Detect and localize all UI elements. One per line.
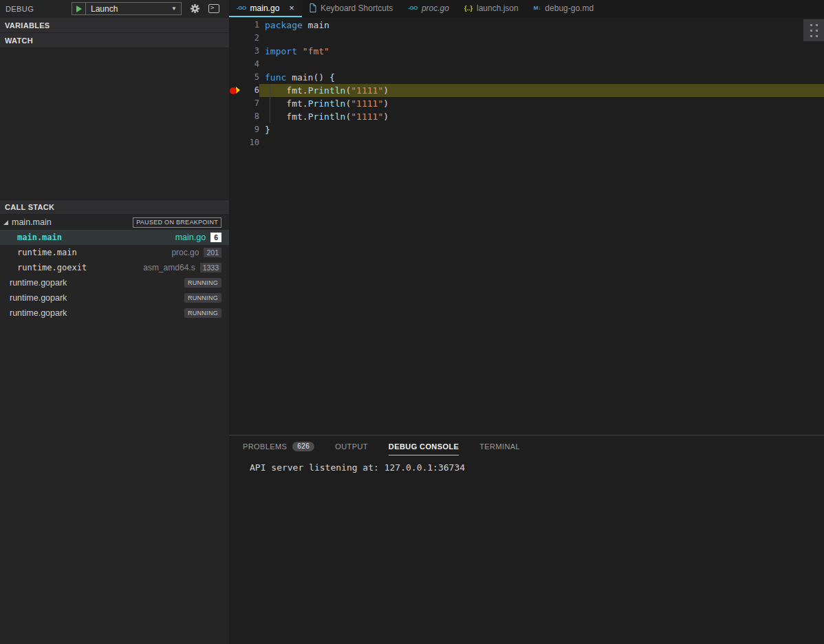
code-line: 9} <box>229 123 824 136</box>
code-text[interactable]: import "fmt" <box>259 45 824 58</box>
code-text[interactable]: package main <box>259 19 824 32</box>
code-token: fmt. <box>265 85 308 96</box>
gear-icon <box>190 3 200 14</box>
indent-guide <box>270 97 270 110</box>
editor-area: -GOmain.go×Keyboard Shortcuts-GOproc.go{… <box>229 0 824 644</box>
callstack-thread-row[interactable]: runtime.goparkRUNNING <box>0 290 229 305</box>
tab-debug-go-md[interactable]: M↓debug-go.md <box>526 0 601 17</box>
panel-tabbar: PROBLEMS626OUTPUTDEBUG CONSOLETERMINAL <box>229 436 824 457</box>
tab-launch-json[interactable]: {..}launch.json <box>457 0 526 17</box>
code-text[interactable]: fmt.Println("1111") <box>259 84 824 97</box>
tab-main-go[interactable]: -GOmain.go× <box>229 0 302 17</box>
code-token: "1111" <box>351 85 383 96</box>
breakpoint-gutter[interactable] <box>229 136 241 149</box>
indent-guide <box>270 110 270 123</box>
thread-name: runtime.gopark <box>10 293 67 303</box>
code-token: package <box>265 20 303 30</box>
frame-line-badge: 201 <box>204 248 221 257</box>
section-header-watch[interactable]: WATCH <box>0 32 229 47</box>
breakpoint-gutter[interactable] <box>229 71 241 84</box>
code-text[interactable]: fmt.Println("1111") <box>259 97 824 110</box>
code-token: ) <box>383 111 389 122</box>
line-number: 7 <box>241 97 259 110</box>
section-label: VARIABLES <box>5 21 50 30</box>
watch-body <box>0 47 229 200</box>
section-header-variables[interactable]: VARIABLES <box>0 17 229 32</box>
debug-toolbar: DEBUG Launch ▼ <box>0 0 229 17</box>
vscode-window: DEBUG Launch ▼ <box>0 0 824 644</box>
panel-tab-terminal[interactable]: TERMINAL <box>479 438 520 455</box>
frame-name: main.main <box>17 233 62 242</box>
code-text[interactable] <box>259 58 824 71</box>
breakpoint-gutter[interactable] <box>229 97 241 110</box>
tab-proc-go[interactable]: -GOproc.go <box>400 0 457 17</box>
code-text[interactable] <box>259 32 824 45</box>
line-number: 3 <box>241 45 259 58</box>
thread-status-badge: RUNNING <box>184 293 221 303</box>
start-debugging-button[interactable] <box>72 3 86 14</box>
panel-tab-output[interactable]: OUTPUT <box>335 438 368 455</box>
callstack-frame-row[interactable]: main.mainmain.go6 <box>0 230 229 245</box>
thread-name: main.main <box>12 217 52 227</box>
console-output-line: API server listening at: 127.0.0.1:36734 <box>250 462 824 474</box>
panel-tab-label: PROBLEMS <box>243 442 287 451</box>
code-token: ) <box>383 98 389 109</box>
breakpoint-gutter[interactable] <box>229 84 241 97</box>
code-editor[interactable]: 1package main23import "fmt"45func main()… <box>229 17 824 435</box>
panel-tab-problems[interactable]: PROBLEMS626 <box>243 437 314 456</box>
chevron-down-icon: ▼ <box>171 6 181 12</box>
code-line: 5func main() { <box>229 71 824 84</box>
callstack-frame-row[interactable]: runtime.mainproc.go201 <box>0 245 229 260</box>
callstack-thread-row[interactable]: main.mainPAUSED ON BREAKPOINT <box>0 215 229 230</box>
grip-dots-icon[interactable] <box>803 19 824 41</box>
code-line: 2 <box>229 32 824 45</box>
frame-file: proc.go <box>171 248 199 257</box>
callstack-thread-row[interactable]: runtime.goparkRUNNING <box>0 275 229 290</box>
frame-file: asm_amd64.s <box>143 263 195 272</box>
code-line: 3import "fmt" <box>229 45 824 58</box>
frame-file: main.go <box>175 233 206 242</box>
breakpoint-gutter[interactable] <box>229 58 241 71</box>
sidebar-empty-area <box>0 321 229 644</box>
code-text[interactable]: } <box>259 123 824 136</box>
code-text[interactable]: fmt.Println("1111") <box>259 110 824 123</box>
debug-console[interactable]: API server listening at: 127.0.0.1:36734 <box>229 457 824 474</box>
play-icon <box>76 6 82 12</box>
breakpoint-gutter[interactable] <box>229 45 241 58</box>
tab-keyboard-shortcuts[interactable]: Keyboard Shortcuts <box>302 0 400 17</box>
code-token: main() { <box>286 72 334 83</box>
debug-sidebar: DEBUG Launch ▼ <box>0 0 229 644</box>
code-line: 6 fmt.Println("1111") <box>229 84 824 97</box>
code-text[interactable] <box>259 136 824 149</box>
breakpoint-gutter[interactable] <box>229 110 241 123</box>
go-file-icon: -GO <box>408 5 418 11</box>
code-token: fmt. <box>265 98 308 109</box>
section-label: CALL STACK <box>5 203 54 211</box>
breakpoint-gutter[interactable] <box>229 19 241 32</box>
code-token: } <box>265 125 270 135</box>
line-number: 5 <box>241 71 259 84</box>
code-token: ) <box>383 85 389 96</box>
close-icon[interactable]: × <box>289 3 294 13</box>
dot <box>810 24 812 26</box>
problems-count-badge: 626 <box>292 442 314 451</box>
code-lines: 1package main23import "fmt"45func main()… <box>229 19 824 149</box>
section-label: WATCH <box>5 36 33 45</box>
line-number: 10 <box>241 136 259 149</box>
dot <box>816 35 818 37</box>
callstack-thread-row[interactable]: runtime.goparkRUNNING <box>0 305 229 321</box>
code-line: 10 <box>229 136 824 149</box>
configure-gear-icon[interactable] <box>190 3 200 14</box>
launch-config-dropdown[interactable]: Launch ▼ <box>72 2 182 15</box>
breakpoint-gutter[interactable] <box>229 32 241 45</box>
line-number: 9 <box>241 123 259 136</box>
callstack-frame-row[interactable]: runtime.goexitasm_amd64.s1333 <box>0 260 229 275</box>
launch-config-label: Launch <box>86 4 118 14</box>
code-text[interactable]: func main() { <box>259 71 824 84</box>
section-header-call-stack[interactable]: CALL STACK <box>0 200 229 215</box>
dot <box>816 30 818 32</box>
breakpoint-gutter[interactable] <box>229 123 241 136</box>
open-debug-console-icon[interactable]: > <box>208 4 219 13</box>
panel-tab-debug-console[interactable]: DEBUG CONSOLE <box>389 438 459 455</box>
tab-label: proc.go <box>422 3 449 13</box>
